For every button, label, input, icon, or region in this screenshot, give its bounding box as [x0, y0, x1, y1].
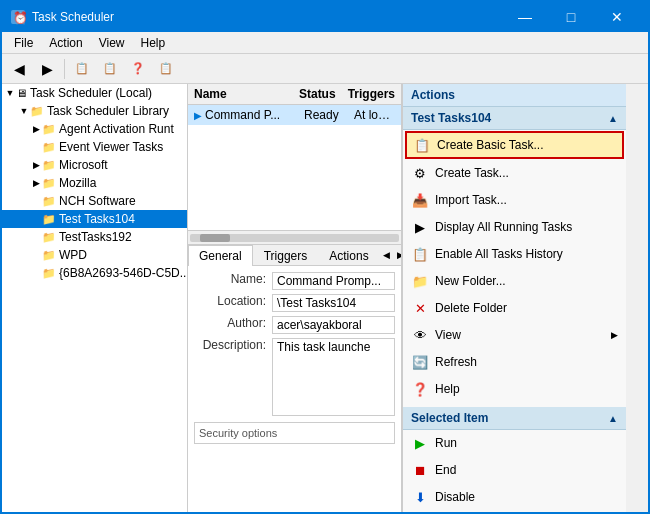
action-help[interactable]: ❓ Help	[403, 376, 626, 403]
details-panel: General Triggers Actions ◀ ▶ Name: Comma…	[188, 244, 401, 514]
detail-value-author: acer\sayakboral	[272, 316, 395, 334]
tree-item-local[interactable]: ▼ 🖥 Task Scheduler (Local)	[2, 84, 187, 102]
table-scrollbar[interactable]	[188, 230, 401, 244]
tree-label-wpd: WPD	[59, 248, 87, 262]
delete-folder-label: Delete Folder	[435, 301, 618, 315]
tree-item-microsoft[interactable]: ▶ 📁 Microsoft	[2, 156, 187, 174]
detail-label-description: Description:	[194, 338, 266, 352]
folder-icon-agent: 📁	[42, 123, 56, 136]
window-title: Task Scheduler	[32, 10, 502, 24]
action-view[interactable]: 👁 View ▶	[403, 322, 626, 349]
end-label: End	[435, 463, 618, 477]
tree-item-testtasks192[interactable]: 📁 TestTasks192	[2, 228, 187, 246]
tab-arrows: ◀ ▶	[380, 245, 401, 265]
tab-next-arrow[interactable]: ▶	[394, 245, 401, 265]
app-icon: ⏰	[10, 9, 26, 25]
expand-icon: ▼	[4, 88, 16, 98]
task-name-cell: ▶ Command P...	[188, 108, 298, 122]
action-refresh[interactable]: 🔄 Refresh	[403, 349, 626, 376]
tree-item-eventviewer[interactable]: 📁 Event Viewer Tasks	[2, 138, 187, 156]
tree-item-mozilla[interactable]: ▶ 📁 Mozilla	[2, 174, 187, 192]
detail-value-name: Command Promp...	[272, 272, 395, 290]
view-label: View	[435, 328, 611, 342]
action-display-running[interactable]: ▶ Display All Running Tasks	[403, 214, 626, 241]
show-hide-console-button[interactable]: 📋	[69, 57, 95, 81]
folder-icon-library: 📁	[30, 105, 44, 118]
toolbar: ◀ ▶ 📋 📋 ❓ 📋	[2, 54, 648, 84]
create-task-label: Create Task...	[435, 166, 618, 180]
title-bar: ⏰ Task Scheduler — □ ✕	[2, 2, 648, 32]
disable-icon: ⬇	[411, 488, 429, 506]
end-icon: ⏹	[411, 461, 429, 479]
tab-actions[interactable]: Actions	[318, 245, 379, 266]
scrollbar-thumb	[200, 234, 230, 242]
action-delete-folder[interactable]: ✕ Delete Folder	[403, 295, 626, 322]
detail-label-name: Name:	[194, 272, 266, 286]
import-task-icon: 📥	[411, 191, 429, 209]
section-title-testtasks104: Test Tasks104	[411, 111, 491, 125]
action-run[interactable]: ▶ Run	[403, 430, 626, 457]
tab-triggers[interactable]: Triggers	[253, 245, 319, 266]
action-end[interactable]: ⏹ End	[403, 457, 626, 484]
tree-item-nch[interactable]: 📁 NCH Software	[2, 192, 187, 210]
folder-icon-mozilla: 📁	[42, 177, 56, 190]
tree-item-agent[interactable]: ▶ 📁 Agent Activation Runt	[2, 120, 187, 138]
tab-bar: General Triggers Actions ◀ ▶	[188, 245, 401, 266]
toolbar-btn-2[interactable]: 📋	[97, 57, 123, 81]
menu-view[interactable]: View	[91, 32, 133, 53]
run-label: Run	[435, 436, 618, 450]
col-header-triggers[interactable]: Triggers	[342, 87, 401, 101]
tree-label-library: Task Scheduler Library	[47, 104, 169, 118]
action-import-task[interactable]: 📥 Import Task...	[403, 187, 626, 214]
action-disable[interactable]: ⬇ Disable	[403, 484, 626, 511]
close-button[interactable]: ✕	[594, 2, 640, 32]
tree-item-library[interactable]: ▼ 📁 Task Scheduler Library	[2, 102, 187, 120]
section-header-testtasks104[interactable]: Test Tasks104 ▲	[403, 107, 626, 130]
tree-item-testtasks104[interactable]: 📁 Test Tasks104	[2, 210, 187, 228]
tree-item-wpd[interactable]: 📁 WPD	[2, 246, 187, 264]
action-create-task[interactable]: ⚙ Create Task...	[403, 160, 626, 187]
action-enable-history[interactable]: 📋 Enable All Tasks History	[403, 241, 626, 268]
run-icon: ▶	[411, 434, 429, 452]
forward-button[interactable]: ▶	[34, 57, 60, 81]
folder-icon-nch: 📁	[42, 195, 56, 208]
section-title-selected: Selected Item	[411, 411, 488, 425]
detail-label-location: Location:	[194, 294, 266, 308]
scrollbar-track	[190, 234, 399, 242]
tab-prev-arrow[interactable]: ◀	[380, 245, 394, 265]
task-row[interactable]: ▶ Command P... Ready At log on	[188, 105, 401, 125]
back-button[interactable]: ◀	[6, 57, 32, 81]
folder-icon-guid: 📁	[42, 267, 56, 280]
menu-action[interactable]: Action	[41, 32, 90, 53]
svg-text:⏰: ⏰	[13, 10, 26, 25]
col-header-status[interactable]: Status	[293, 87, 342, 101]
col-header-name[interactable]: Name	[188, 87, 293, 101]
details-content: Name: Command Promp... Location: \Test T…	[188, 266, 401, 511]
tab-general[interactable]: General	[188, 245, 253, 266]
section-header-selected[interactable]: Selected Item ▲	[403, 407, 626, 430]
security-options: Security options	[194, 422, 395, 444]
menu-bar: File Action View Help	[2, 32, 648, 54]
create-basic-task-icon: 📋	[413, 136, 431, 154]
folder-icon-eventviewer: 📁	[42, 141, 56, 154]
task-triggers-cell: At log on	[348, 108, 401, 122]
action-new-folder[interactable]: 📁 New Folder...	[403, 268, 626, 295]
view-icon: 👁	[411, 326, 429, 344]
menu-help[interactable]: Help	[133, 32, 174, 53]
detail-label-author: Author:	[194, 316, 266, 330]
toolbar-btn-3[interactable]: 📋	[153, 57, 179, 81]
import-task-label: Import Task...	[435, 193, 618, 207]
maximize-button[interactable]: □	[548, 2, 594, 32]
tree-label-mozilla: Mozilla	[59, 176, 96, 190]
create-basic-task-label: Create Basic Task...	[437, 138, 616, 152]
minimize-button[interactable]: —	[502, 2, 548, 32]
folder-icon-wpd: 📁	[42, 249, 56, 262]
action-create-basic-task[interactable]: 📋 Create Basic Task...	[405, 131, 624, 159]
help-button[interactable]: ❓	[125, 57, 151, 81]
enable-history-icon: 📋	[411, 245, 429, 263]
menu-file[interactable]: File	[6, 32, 41, 53]
new-folder-label: New Folder...	[435, 274, 618, 288]
actions-header: Actions	[403, 84, 626, 107]
tree-item-guid[interactable]: 📁 {6B8A2693-546D-C5D...	[2, 264, 187, 282]
left-panel: ▼ 🖥 Task Scheduler (Local) ▼ 📁 Task Sche…	[2, 84, 188, 514]
